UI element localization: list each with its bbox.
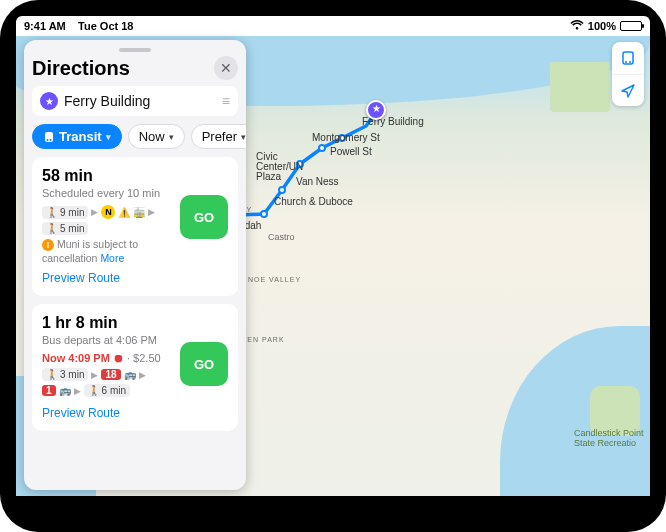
go-button[interactable]: GO [180, 195, 228, 239]
bus-icon: 🚌 [59, 385, 71, 396]
prefer-label: Prefer [202, 129, 237, 144]
when-label: Now [139, 129, 165, 144]
panel-grabber[interactable] [119, 48, 151, 52]
destination-field[interactable]: ★ Ferry Building ≡ [32, 86, 238, 116]
more-link[interactable]: More [100, 252, 124, 266]
area-candle: Candlestick Point State Recreatio [574, 428, 644, 448]
stop-church: Church & Duboce [274, 196, 353, 207]
status-right: 100% [570, 20, 642, 32]
walk-chip: 🚶 6 min [84, 384, 130, 397]
status-date: Tue Oct 18 [78, 20, 133, 32]
route2-steps-b: 1 🚌 ▶ 🚶 6 min [42, 384, 172, 397]
preview-route-link[interactable]: Preview Route [42, 406, 120, 420]
wifi-icon [570, 20, 584, 32]
chevron-down-icon: ▾ [169, 132, 174, 142]
destination-name: Ferry Building [64, 93, 216, 109]
locate-me-button[interactable] [612, 74, 644, 106]
status-bar: 9:41 AM Tue Oct 18 100% [16, 16, 650, 36]
svg-point-9 [625, 61, 627, 63]
bus-badge: 1 [42, 385, 56, 396]
arrow-icon: ▶ [91, 207, 98, 217]
walk-chip: 🚶 3 min [42, 368, 88, 381]
map-mode-button[interactable] [612, 42, 644, 74]
ipad-frame: 9:41 AM Tue Oct 18 100% [0, 0, 666, 532]
fare: $2.50 [133, 352, 161, 364]
mode-pill[interactable]: Transit ▾ [32, 124, 122, 149]
stop-powell: Powell St [330, 146, 372, 157]
svg-point-10 [629, 61, 631, 63]
route1-steps-a: 🚶 9 min ▶ N ⚠️ 🚋 ▶ [42, 205, 172, 219]
preview-route-link[interactable]: Preview Route [42, 271, 120, 285]
stop-vanness: Van Ness [296, 176, 339, 187]
battery-pct: 100% [588, 20, 616, 32]
route-card-1[interactable]: 58 min Scheduled every 10 min 🚶 9 min ▶ … [32, 157, 238, 296]
route2-duration: 1 hr 8 min [42, 314, 228, 332]
svg-point-12 [47, 139, 49, 141]
when-pill[interactable]: Now ▾ [128, 124, 185, 149]
arrow-icon: ▶ [91, 370, 98, 380]
panel-title: Directions [32, 57, 130, 80]
close-button[interactable]: ✕ [214, 56, 238, 80]
live-time: Now 4:09 PM ⏺ [42, 352, 124, 364]
route1-duration: 58 min [42, 167, 228, 185]
line-badge: N [101, 205, 115, 219]
reorder-icon[interactable]: ≡ [222, 93, 230, 109]
route-card-2[interactable]: 1 hr 8 min Bus departs at 4:06 PM Now 4:… [32, 304, 238, 431]
warning-icon: ⚠️ [118, 207, 130, 218]
route2-steps-a: 🚶 3 min ▶ 18 🚌 ▶ [42, 368, 172, 381]
walk-chip: 🚶 5 min [42, 222, 88, 235]
bus-badge: 18 [101, 369, 120, 380]
go-button[interactable]: GO [180, 342, 228, 386]
svg-rect-11 [45, 132, 53, 142]
tram-icon: 🚋 [133, 207, 145, 218]
directions-panel[interactable]: Directions ✕ ★ Ferry Building ≡ Transit … [24, 40, 246, 490]
battery-icon [620, 21, 642, 31]
route1-warning: ! Muni is subject to cancellation More [42, 238, 172, 265]
arrow-icon: ▶ [74, 386, 81, 396]
status-time: 9:41 AM [24, 20, 66, 32]
status-left: 9:41 AM Tue Oct 18 [24, 20, 133, 32]
destination-pin[interactable] [366, 100, 386, 120]
svg-point-6 [319, 145, 325, 151]
svg-point-3 [261, 211, 267, 217]
walk-chip: 🚶 9 min [42, 206, 88, 219]
panel-header: Directions ✕ [32, 56, 238, 80]
svg-point-4 [279, 187, 285, 193]
arrow-icon: ▶ [139, 370, 146, 380]
presidio-park [550, 62, 610, 112]
arrow-icon: ▶ [148, 207, 155, 217]
chevron-down-icon: ▾ [241, 132, 246, 142]
chevron-down-icon: ▾ [106, 132, 111, 142]
option-pills: Transit ▾ Now ▾ Prefer ▾ [32, 124, 238, 149]
stop-montgomery: Montgomery St [312, 132, 380, 143]
map-controls [612, 42, 644, 106]
svg-rect-8 [623, 52, 633, 64]
alert-dot-icon: ! [42, 239, 54, 251]
favorite-star-icon: ★ [40, 92, 58, 110]
bus-icon: 🚌 [124, 369, 136, 380]
prefer-pill[interactable]: Prefer ▾ [191, 124, 246, 149]
svg-point-13 [50, 139, 52, 141]
mode-label: Transit [59, 129, 102, 144]
route1-steps-b: 🚶 5 min [42, 222, 172, 235]
screen: 9:41 AM Tue Oct 18 100% [16, 16, 650, 496]
